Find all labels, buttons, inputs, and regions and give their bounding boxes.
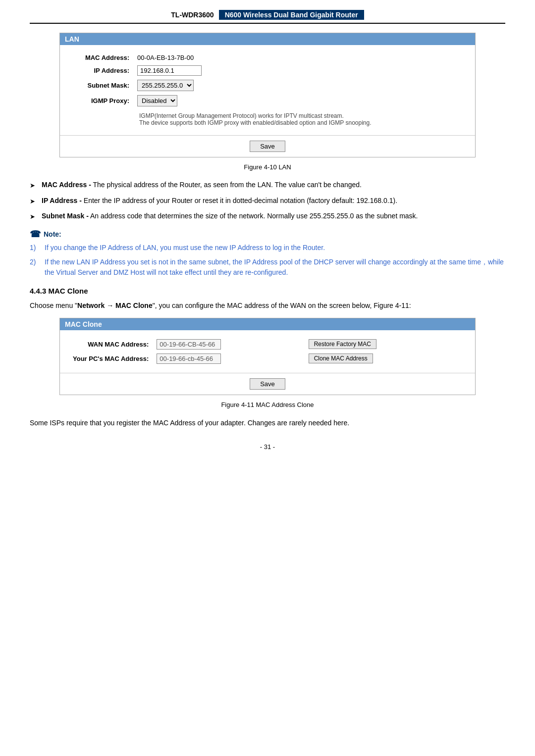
bullet-arrow-icon-3: ➤ bbox=[30, 212, 38, 222]
note-items-list: 1) If you change the IP Address of LAN, … bbox=[30, 243, 505, 278]
lan-panel-body: MAC Address: 00-0A-EB-13-7B-00 IP Addres… bbox=[60, 45, 475, 135]
igmp-proxy-row: IGMP Proxy: Disabled Enabled bbox=[70, 93, 465, 108]
feature-bullets: ➤ MAC Address - The physical address of … bbox=[30, 180, 505, 222]
your-pc-mac-input-cell bbox=[154, 352, 304, 366]
lan-figure-caption: Figure 4-10 LAN bbox=[30, 163, 505, 171]
mac-address-label: MAC Address: bbox=[70, 52, 134, 63]
lan-save-row: Save bbox=[60, 135, 475, 157]
mac-clone-figure-caption: Figure 4-11 MAC Address Clone bbox=[30, 401, 505, 408]
restore-factory-mac-button[interactable]: Restore Factory MAC bbox=[309, 339, 376, 349]
closing-text: Some ISPs require that you register the … bbox=[30, 417, 505, 428]
bullet-mac-desc: The physical address of the Router, as s… bbox=[91, 181, 362, 189]
page-number: - 31 - bbox=[30, 443, 505, 451]
lan-panel-header: LAN bbox=[60, 33, 475, 45]
bullet-arrow-icon: ➤ bbox=[30, 181, 38, 191]
wan-mac-input-cell bbox=[154, 337, 304, 352]
ip-address-cell bbox=[134, 63, 465, 78]
lan-save-button[interactable]: Save bbox=[250, 141, 285, 152]
your-pc-mac-label: Your PC's MAC Address: bbox=[70, 352, 154, 366]
note-item-2: 2) If the new LAN IP Address you set is … bbox=[30, 257, 505, 278]
bullet-subnet-mask: ➤ Subnet Mask - An address code that det… bbox=[30, 211, 505, 222]
clone-btn-cell: Clone MAC Address bbox=[305, 352, 465, 366]
note-text-1: If you change the IP Address of LAN, you… bbox=[45, 243, 325, 253]
note-phone-icon: ☎ bbox=[30, 229, 41, 240]
note-header: ☎ Note: bbox=[30, 229, 505, 240]
bullet-subnet-text: Subnet Mask - An address code that deter… bbox=[42, 211, 418, 221]
mac-clone-panel-body: WAN MAC Address: Restore Factory MAC You… bbox=[60, 330, 475, 373]
bullet-ip-address: ➤ IP Address - Enter the IP address of y… bbox=[30, 196, 505, 206]
model-name: TL-WDR3600 bbox=[171, 11, 214, 19]
igmp-note-row: IGMP(Internet Group Management Protocol)… bbox=[70, 108, 465, 128]
igmp-proxy-select[interactable]: Disabled Enabled bbox=[137, 95, 177, 106]
mac-clone-form-table: WAN MAC Address: Restore Factory MAC You… bbox=[70, 337, 465, 366]
note-section: ☎ Note: 1) If you change the IP Address … bbox=[30, 229, 505, 278]
note-label: Note: bbox=[44, 230, 61, 238]
subnet-mask-cell: 255.255.255.0 bbox=[134, 78, 465, 93]
bullet-ip-term: IP Address - bbox=[42, 197, 82, 204]
bullet-arrow-icon-2: ➤ bbox=[30, 197, 38, 206]
igmp-proxy-cell: Disabled Enabled bbox=[134, 93, 465, 108]
ip-address-input[interactable] bbox=[137, 65, 202, 76]
lan-form-table: MAC Address: 00-0A-EB-13-7B-00 IP Addres… bbox=[70, 52, 465, 128]
igmp-note: IGMP(Internet Group Management Protocol)… bbox=[137, 112, 462, 126]
mac-clone-save-row: Save bbox=[60, 373, 475, 395]
mac-address-value: 00-0A-EB-13-7B-00 bbox=[134, 52, 465, 63]
bullet-ip-text: IP Address - Enter the IP address of you… bbox=[42, 196, 397, 206]
wan-mac-input[interactable] bbox=[157, 339, 221, 350]
ip-address-row: IP Address: bbox=[70, 63, 465, 78]
mac-address-row: MAC Address: 00-0A-EB-13-7B-00 bbox=[70, 52, 465, 63]
network-menu-bold: Network → MAC Clone bbox=[77, 302, 153, 309]
mac-clone-panel: MAC Clone WAN MAC Address: Restore Facto… bbox=[59, 318, 476, 395]
subnet-mask-select[interactable]: 255.255.255.0 bbox=[137, 80, 194, 91]
bullet-mac-text: MAC Address - The physical address of th… bbox=[42, 180, 362, 190]
restore-btn-cell: Restore Factory MAC bbox=[305, 337, 465, 352]
subnet-mask-row: Subnet Mask: 255.255.255.0 bbox=[70, 78, 465, 93]
lan-panel: LAN MAC Address: 00-0A-EB-13-7B-00 IP Ad… bbox=[59, 33, 476, 157]
clone-mac-address-button[interactable]: Clone MAC Address bbox=[309, 353, 373, 363]
note-num-1: 1) bbox=[30, 243, 45, 253]
subnet-mask-label: Subnet Mask: bbox=[70, 78, 134, 93]
your-pc-mac-row: Your PC's MAC Address: Clone MAC Address bbox=[70, 352, 465, 366]
bullet-mac-address: ➤ MAC Address - The physical address of … bbox=[30, 180, 505, 191]
ip-address-label: IP Address: bbox=[70, 63, 134, 78]
bullet-ip-desc: Enter the IP address of your Router or r… bbox=[82, 197, 397, 204]
igmp-proxy-label: IGMP Proxy: bbox=[70, 93, 134, 108]
page-title: N600 Wireless Dual Band Gigabit Router bbox=[219, 10, 364, 20]
note-num-2: 2) bbox=[30, 257, 45, 267]
mac-clone-save-button[interactable]: Save bbox=[250, 378, 285, 390]
note-item-1: 1) If you change the IP Address of LAN, … bbox=[30, 243, 505, 253]
note-text-2: If the new LAN IP Address you set is not… bbox=[45, 257, 505, 278]
mac-clone-panel-header: MAC Clone bbox=[60, 318, 475, 330]
bullet-subnet-term: Subnet Mask - bbox=[42, 212, 89, 220]
bullet-mac-term: MAC Address - bbox=[42, 181, 91, 189]
mac-clone-heading: 4.4.3 MAC Clone bbox=[30, 287, 505, 295]
page-header: TL-WDR3600 N600 Wireless Dual Band Gigab… bbox=[30, 10, 505, 24]
wan-mac-label: WAN MAC Address: bbox=[70, 337, 154, 352]
bullet-subnet-desc: An address code that determines the size… bbox=[89, 212, 418, 220]
mac-clone-intro: Choose menu "Network → MAC Clone", you c… bbox=[30, 300, 505, 311]
your-pc-mac-input[interactable] bbox=[157, 353, 221, 364]
wan-mac-row: WAN MAC Address: Restore Factory MAC bbox=[70, 337, 465, 352]
